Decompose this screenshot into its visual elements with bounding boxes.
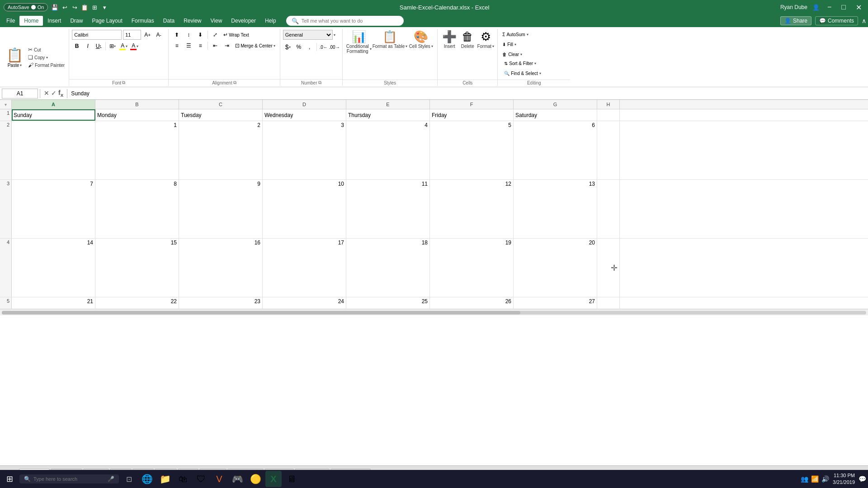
name-box[interactable] bbox=[2, 89, 38, 99]
col-header-H[interactable]: H bbox=[597, 100, 620, 109]
taskbar-app-shield[interactable]: 🛡 bbox=[193, 471, 209, 487]
taskbar-app-edge[interactable]: 🌐 bbox=[139, 471, 155, 487]
taskbar-app-terminal[interactable]: 🖥 bbox=[283, 471, 300, 487]
cell-D2[interactable]: 3 bbox=[263, 121, 346, 179]
sort-filter-button[interactable]: ⇅ Sort & Filter ▾ bbox=[502, 59, 538, 68]
menu-developer[interactable]: Developer bbox=[226, 16, 260, 26]
font-color-button[interactable]: A ▾ bbox=[129, 41, 139, 51]
cell-F5[interactable]: 26 bbox=[430, 297, 514, 309]
delete-button[interactable]: Delete bbox=[461, 44, 474, 49]
confirm-formula-icon[interactable]: ✓ bbox=[51, 89, 57, 97]
cell-G3[interactable]: 13 bbox=[514, 180, 597, 238]
font-name-input[interactable] bbox=[72, 30, 122, 40]
cell-H2[interactable] bbox=[597, 121, 620, 179]
col-header-E[interactable]: E bbox=[346, 100, 430, 109]
cell-H1[interactable] bbox=[597, 109, 620, 121]
merge-center-button[interactable]: ⊡ Merge & Center ▾ bbox=[233, 41, 277, 51]
cell-E2[interactable]: 4 bbox=[346, 121, 430, 179]
undo-icon[interactable]: ↩ bbox=[61, 3, 69, 11]
menu-page-layout[interactable]: Page Layout bbox=[87, 16, 127, 26]
cell-D3[interactable]: 10 bbox=[263, 180, 346, 238]
volume-icon[interactable]: 🔊 bbox=[821, 475, 829, 483]
menu-review[interactable]: Review bbox=[179, 16, 206, 26]
cell-F4[interactable]: 19 bbox=[430, 239, 514, 297]
cell-A4[interactable]: 14 bbox=[12, 239, 95, 297]
decrease-decimal-button[interactable]: .0← bbox=[319, 42, 329, 52]
menu-help[interactable]: Help bbox=[260, 16, 281, 26]
select-all-button[interactable]: ▾ bbox=[5, 102, 7, 107]
format-as-table-button[interactable]: Format as Table ▾ bbox=[373, 44, 408, 49]
copy-button[interactable]: ❑ Copy ▾ bbox=[27, 54, 66, 61]
find-select-button[interactable]: 🔍 Find & Select ▾ bbox=[502, 69, 542, 78]
taskbar-app-vivaldi[interactable]: V bbox=[211, 471, 227, 487]
row-number-1[interactable]: 1 bbox=[0, 109, 12, 121]
format-button[interactable]: Format ▾ bbox=[477, 44, 494, 49]
cell-G5[interactable]: 27 bbox=[514, 297, 597, 309]
number-format-select[interactable]: General Number Currency Short Date bbox=[283, 30, 333, 40]
col-header-C[interactable]: C bbox=[179, 100, 263, 109]
bold-button[interactable]: B bbox=[72, 41, 82, 51]
ribbon-search-input[interactable] bbox=[302, 18, 398, 23]
cell-B3[interactable]: 8 bbox=[95, 180, 179, 238]
cell-C3[interactable]: 9 bbox=[179, 180, 263, 238]
menu-file[interactable]: File bbox=[2, 16, 19, 26]
cell-B1[interactable]: Monday bbox=[95, 109, 179, 121]
menu-home[interactable]: Home bbox=[19, 16, 43, 26]
cell-E4[interactable]: 18 bbox=[346, 239, 430, 297]
cells-group-label[interactable]: Cells bbox=[438, 80, 497, 86]
cell-D5[interactable]: 24 bbox=[263, 297, 346, 309]
align-center-button[interactable]: ☰ bbox=[183, 41, 194, 51]
col-header-G[interactable]: G bbox=[514, 100, 597, 109]
comments-button[interactable]: 💬 Comments bbox=[815, 16, 858, 25]
grid-icon[interactable]: ⊞ bbox=[90, 3, 99, 11]
cancel-formula-icon[interactable]: ✕ bbox=[44, 89, 49, 97]
cell-H5[interactable] bbox=[597, 297, 620, 309]
cell-F2[interactable]: 5 bbox=[430, 121, 514, 179]
close-button[interactable]: ✕ bbox=[853, 2, 864, 13]
decrease-font-button[interactable]: A- bbox=[154, 30, 164, 40]
cell-B4[interactable]: 15 bbox=[95, 239, 179, 297]
cell-H3[interactable] bbox=[597, 180, 620, 238]
cell-G2[interactable]: 6 bbox=[514, 121, 597, 179]
clear-button[interactable]: 🗑 Clear ▾ bbox=[500, 50, 524, 59]
taskbar-app-files[interactable]: 📁 bbox=[157, 471, 173, 487]
share-button[interactable]: 👤 Share bbox=[780, 16, 811, 25]
notification-icon[interactable]: 💬 bbox=[859, 475, 866, 483]
taskbar-app-store[interactable]: 🛍 bbox=[175, 471, 191, 487]
save-icon[interactable]: 💾 bbox=[51, 3, 59, 11]
format-painter-button[interactable]: 🖌 Format Painter bbox=[27, 61, 66, 69]
cell-F3[interactable]: 12 bbox=[430, 180, 514, 238]
formula-input[interactable] bbox=[69, 89, 866, 99]
cut-button[interactable]: ✂ Cut bbox=[27, 46, 66, 53]
customize-icon[interactable]: ▾ bbox=[100, 3, 108, 11]
percent-button[interactable]: % bbox=[294, 42, 304, 52]
align-bottom-button[interactable]: ⬇ bbox=[195, 30, 206, 40]
menu-draw[interactable]: Draw bbox=[66, 16, 87, 26]
increase-indent-button[interactable]: ⇥ bbox=[222, 41, 232, 51]
cell-C1[interactable]: Tuesday bbox=[179, 109, 263, 121]
cell-H4[interactable]: ✛ bbox=[597, 239, 620, 297]
font-group-label[interactable]: Font ⧉ bbox=[69, 79, 168, 86]
row-number-4[interactable]: 4 bbox=[0, 239, 12, 297]
col-header-A[interactable]: A bbox=[12, 100, 95, 109]
taskbar-time[interactable]: 11:30 PM 3/21/2019 bbox=[833, 472, 855, 486]
menu-insert[interactable]: Insert bbox=[43, 16, 66, 26]
taskbar-search-input[interactable] bbox=[33, 476, 105, 482]
taskbar-search[interactable]: 🔍 🎤 bbox=[19, 474, 119, 483]
taskbar-app-taskview[interactable]: ⊡ bbox=[121, 471, 137, 487]
row-number-3[interactable]: 3 bbox=[0, 180, 12, 238]
cell-F1[interactable]: Friday bbox=[430, 109, 514, 121]
col-header-F[interactable]: F bbox=[430, 100, 514, 109]
number-group-label[interactable]: Number ⧉ bbox=[280, 79, 342, 86]
cell-E3[interactable]: 11 bbox=[346, 180, 430, 238]
italic-button[interactable]: I bbox=[83, 41, 93, 51]
minimize-button[interactable]: − bbox=[825, 2, 834, 12]
cell-C4[interactable]: 16 bbox=[179, 239, 263, 297]
microphone-icon[interactable]: 🎤 bbox=[108, 476, 114, 482]
insert-button[interactable]: Insert bbox=[444, 44, 455, 49]
col-header-B[interactable]: B bbox=[95, 100, 179, 109]
decrease-indent-button[interactable]: ⇤ bbox=[210, 41, 221, 51]
menu-view[interactable]: View bbox=[206, 16, 227, 26]
styles-group-label[interactable]: Styles bbox=[343, 80, 438, 86]
align-top-button[interactable]: ⬆ bbox=[171, 30, 182, 40]
